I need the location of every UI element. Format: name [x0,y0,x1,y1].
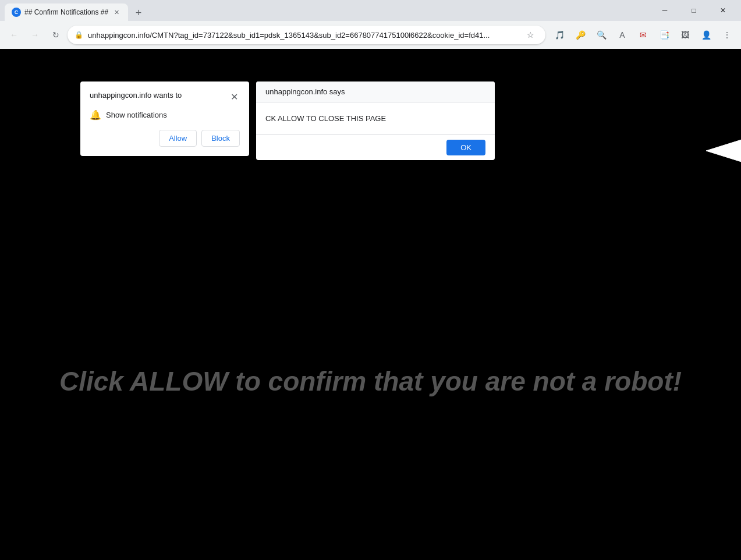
popup-buttons: Allow Block [90,130,240,147]
refresh-button[interactable]: ↻ [47,26,65,44]
page-main-text: Click ALLOW to confirm that you are not … [0,366,741,397]
toolbar-icons: 🎵 🔑 🔍 A ✉ 📑 🖼 👤 ⋮ [550,26,736,44]
minimize-button[interactable]: ─ [651,2,678,19]
bookmark-icon[interactable]: ☆ [522,27,538,43]
arrow-icon [706,113,741,189]
ok-button[interactable]: OK [446,140,485,155]
bookmark-manager-icon[interactable]: 📑 [655,26,673,44]
translate-icon[interactable]: A [613,26,632,44]
tab-strip: C ## Confirm Notifications ## ✕ + [5,0,651,21]
bell-icon: 🔔 [90,109,101,120]
url-text: unhappingcon.info/CMTN?tag_id=737122&sub… [88,31,517,40]
close-button[interactable]: ✕ [710,2,736,19]
photo-icon[interactable]: 🖼 [676,26,694,44]
back-button[interactable]: ← [5,26,23,44]
popup-header: unhappingcon.info wants to ✕ [90,91,240,102]
search-icon[interactable]: 🔍 [592,26,611,44]
title-bar: C ## Confirm Notifications ## ✕ + ─ □ ✕ [0,0,741,21]
password-icon[interactable]: 🔑 [571,26,590,44]
url-bar[interactable]: 🔒 unhappingcon.info/CMTN?tag_id=737122&s… [68,26,545,44]
url-action-icons: ☆ [522,27,538,43]
permission-label: Show notifications [106,111,167,119]
allow-button[interactable]: Allow [159,130,197,147]
lock-icon: 🔒 [75,31,83,39]
extensions-icon[interactable]: 🎵 [550,26,569,44]
tab-favicon: C [12,8,21,17]
menu-icon[interactable]: ⋮ [718,26,736,44]
popup-close-button[interactable]: ✕ [228,91,240,102]
tab-close-button[interactable]: ✕ [112,8,121,17]
tab-title: ## Confirm Notifications ## [24,8,108,16]
js-dialog-body: CK ALLOW TO CLOSE THIS PAGE [256,102,495,134]
popup-permission-row: 🔔 Show notifications [90,109,240,120]
js-dialog-footer: OK [256,134,495,160]
popup-site-name: unhappingcon.info wants to [90,91,182,100]
profile-icon[interactable]: 👤 [697,26,715,44]
active-tab[interactable]: C ## Confirm Notifications ## ✕ [5,3,128,21]
window-controls: ─ □ ✕ [651,2,736,19]
new-tab-button[interactable]: + [130,5,147,21]
forward-button[interactable]: → [26,26,44,44]
notification-popup: unhappingcon.info wants to ✕ 🔔 Show noti… [80,81,249,156]
js-dialog: unhappingcon.info says CK ALLOW TO CLOSE… [256,81,495,160]
email-icon[interactable]: ✉ [634,26,653,44]
maximize-button[interactable]: □ [680,2,707,19]
browser-window: C ## Confirm Notifications ## ✕ + ─ □ ✕ … [0,0,741,560]
block-button[interactable]: Block [201,130,240,147]
page-content: Click ALLOW to confirm that you are not … [0,49,741,560]
address-bar: ← → ↻ 🔒 unhappingcon.info/CMTN?tag_id=73… [0,21,741,49]
js-dialog-header: unhappingcon.info says [256,81,495,102]
svg-marker-1 [706,136,741,165]
